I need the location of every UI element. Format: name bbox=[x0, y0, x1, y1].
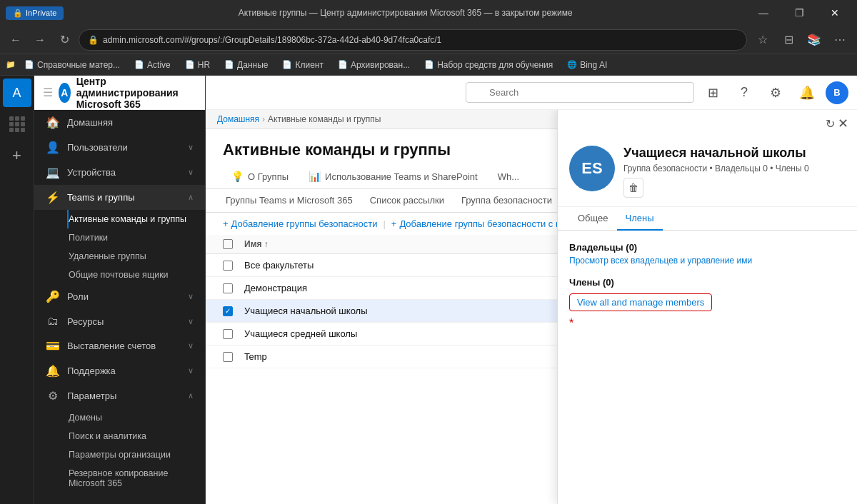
flyout-group-name: Учащиеся начальной школы bbox=[623, 146, 846, 161]
search-wrapper[interactable]: 🔍 bbox=[466, 82, 694, 103]
fullscreen-button[interactable]: ⊞ bbox=[700, 80, 726, 106]
bookmark-item[interactable]: 📄 Справочные матер... bbox=[19, 59, 126, 71]
flyout-action-buttons: 🗑 bbox=[623, 178, 846, 198]
tab-teams-m365[interactable]: Группы Teams и Microsoft 365 bbox=[223, 189, 356, 213]
bookmark-learning[interactable]: 📄 Набор средств для обучения bbox=[419, 59, 558, 71]
sidebar-toggle-button[interactable]: ☰ bbox=[43, 86, 53, 99]
chevron-up-icon: ∧ bbox=[188, 193, 194, 202]
row-checkbox-4[interactable] bbox=[223, 352, 233, 362]
search-input[interactable] bbox=[466, 82, 694, 103]
settings-button[interactable]: ⚙ bbox=[763, 80, 788, 106]
action-separator: | bbox=[383, 218, 385, 229]
sidebar-item-shared-mailboxes[interactable]: Общие почтовые ящики bbox=[67, 266, 205, 284]
tab-usage[interactable]: 📊 Использование Teams и SharePoint bbox=[300, 165, 486, 189]
flyout-tab-members[interactable]: Члены bbox=[617, 207, 663, 231]
select-all-checkbox[interactable] bbox=[223, 239, 233, 249]
flyout-owners-link[interactable]: Просмотр всех владельцев и управление им… bbox=[569, 256, 846, 266]
add-security-group-button[interactable]: + Добавление группы безопасности bbox=[223, 218, 377, 229]
sidebar-item-deleted-groups[interactable]: Удаленные группы bbox=[67, 247, 205, 266]
notifications-button[interactable]: 🔔 bbox=[794, 80, 820, 106]
bookmark-active[interactable]: 📄 Active bbox=[129, 59, 176, 71]
header-checkbox[interactable] bbox=[223, 239, 244, 249]
split-screen-icon[interactable]: ⊟ bbox=[777, 29, 800, 51]
nav-rail: A + bbox=[0, 76, 34, 504]
bookmark-data[interactable]: 📄 Данные bbox=[219, 59, 274, 71]
bookmark-bing[interactable]: 🌐 Bing AI bbox=[561, 59, 613, 71]
bookmark-client[interactable]: 📄 Клиент bbox=[276, 59, 329, 71]
avatar: ES bbox=[569, 146, 615, 191]
sidebar-item-settings[interactable]: ⚙ Параметры ∧ bbox=[34, 383, 205, 408]
close-button[interactable]: ✕ bbox=[818, 2, 851, 24]
breadcrumb-separator: › bbox=[262, 114, 265, 124]
rail-home-button[interactable]: A bbox=[3, 79, 31, 107]
chevron-down-icon: ∨ bbox=[188, 366, 194, 376]
sidebar-item-resources[interactable]: 🗂 Ресурсы ∨ bbox=[34, 309, 205, 333]
inprivate-icon: 🔒 bbox=[13, 9, 23, 18]
sidebar-item-domains[interactable]: Домены bbox=[67, 408, 205, 427]
flyout-tab-general[interactable]: Общее bbox=[569, 207, 617, 231]
bookmarks-folder-icon: 📁 bbox=[6, 60, 16, 69]
sidebar-item-home[interactable]: 🏠 Домашняя bbox=[34, 110, 205, 135]
sidebar-item-roles[interactable]: 🔑 Роли ∨ bbox=[34, 284, 205, 309]
sidebar-item-support[interactable]: 🔔 Поддержка ∨ bbox=[34, 358, 205, 383]
sidebar-item-devices[interactable]: 💻 Устройства ∨ bbox=[34, 160, 205, 185]
address-bar: ← → ↻ 🔒 admin.microsoft.com/#/groups/:/G… bbox=[0, 26, 857, 54]
billing-icon: 💳 bbox=[46, 339, 60, 353]
maximize-button[interactable]: ❐ bbox=[783, 2, 816, 24]
rail-add-button[interactable]: + bbox=[3, 141, 31, 170]
row-checkbox-3[interactable] bbox=[223, 329, 233, 339]
favorites-icon[interactable]: ☆ bbox=[751, 29, 774, 51]
view-manage-members-link[interactable]: View all and manage members bbox=[569, 293, 712, 311]
breadcrumb-home[interactable]: Домашняя bbox=[217, 114, 259, 124]
tab-security-group[interactable]: Группа безопасности bbox=[458, 189, 555, 213]
sidebar-item-backup[interactable]: Резервное копирование Microsoft 365 bbox=[67, 464, 205, 493]
flyout-delete-button[interactable]: 🗑 bbox=[623, 178, 643, 198]
row-checkbox-0[interactable] bbox=[223, 261, 233, 271]
minimize-button[interactable]: — bbox=[747, 2, 780, 24]
window-title: Активные группы — Центр администрировани… bbox=[69, 8, 741, 18]
flyout-members-title: Члены (0) bbox=[569, 277, 846, 288]
collections-icon[interactable]: 📚 bbox=[803, 29, 826, 51]
help-button[interactable]: ? bbox=[731, 80, 757, 106]
flyout-refresh-button[interactable]: ↻ bbox=[826, 117, 835, 131]
plus-icon: + bbox=[223, 218, 229, 229]
address-url: admin.microsoft.com/#/groups/:/GroupDeta… bbox=[103, 35, 738, 45]
tab-wh[interactable]: Wh... bbox=[489, 166, 528, 189]
settings-icon: ⚙ bbox=[46, 389, 60, 403]
back-button[interactable]: ← bbox=[6, 30, 26, 50]
sidebar-settings-submenu: Домены Поиск и аналитика Параметры орган… bbox=[34, 408, 205, 493]
window-controls: — ❐ ✕ bbox=[747, 2, 851, 24]
sidebar-item-org-settings[interactable]: Параметры организации bbox=[67, 445, 205, 464]
chevron-up-icon: ∧ bbox=[188, 391, 194, 400]
rail-apps-button[interactable] bbox=[3, 110, 31, 138]
sidebar-item-teams[interactable]: ⚡ Teams и группы ∧ bbox=[34, 185, 205, 210]
breadcrumb-current: Активные команды и группы bbox=[268, 114, 381, 124]
sidebar-item-users[interactable]: 👤 Пользователи ∨ bbox=[34, 135, 205, 160]
sidebar-item-policies[interactable]: Политики bbox=[67, 228, 205, 247]
sidebar-item-active-teams[interactable]: Активные команды и группы bbox=[67, 210, 205, 228]
admin-header: ☰ A Центр администрирования Microsoft 36… bbox=[34, 76, 205, 110]
flyout-close-button[interactable]: ✕ bbox=[835, 113, 851, 134]
flyout-group-subtitle: Группа безопасности • Владельцы 0 • Член… bbox=[623, 163, 846, 173]
user-avatar[interactable]: B bbox=[826, 81, 848, 104]
row-checkbox-2[interactable]: ✓ bbox=[223, 306, 233, 316]
flyout-top-actions: ↻ ✕ bbox=[558, 110, 857, 137]
main-content: Домашняя › Активные команды и группы Акт… bbox=[206, 110, 857, 504]
flyout-info: Учащиеся начальной школы Группа безопасн… bbox=[623, 146, 846, 198]
bookmark-hr[interactable]: 📄 HR bbox=[179, 59, 216, 71]
plus-icon-2: + bbox=[391, 218, 397, 229]
sidebar-item-search-analytics[interactable]: Поиск и аналитика bbox=[67, 427, 205, 445]
forward-button[interactable]: → bbox=[30, 30, 50, 50]
header-icons: ⊞ ? ⚙ 🔔 B bbox=[700, 80, 848, 106]
tab-distribution[interactable]: Список рассылки bbox=[367, 189, 447, 213]
address-field[interactable]: 🔒 admin.microsoft.com/#/groups/:/GroupDe… bbox=[79, 29, 747, 51]
users-icon: 👤 bbox=[46, 141, 60, 154]
refresh-button[interactable]: ↻ bbox=[54, 30, 74, 50]
sidebar: ☰ A Центр администрирования Microsoft 36… bbox=[34, 76, 206, 504]
bookmark-archive[interactable]: 📄 Архивирован... bbox=[332, 59, 416, 71]
tab-about-group[interactable]: 💡 О Группы bbox=[223, 165, 297, 189]
admin-logo-text: Центр администрирования Microsoft 365 bbox=[76, 76, 196, 110]
sidebar-item-billing[interactable]: 💳 Выставление счетов ∨ bbox=[34, 333, 205, 358]
browser-menu-icon[interactable]: ⋯ bbox=[828, 29, 851, 51]
row-checkbox-1[interactable] bbox=[223, 283, 233, 293]
